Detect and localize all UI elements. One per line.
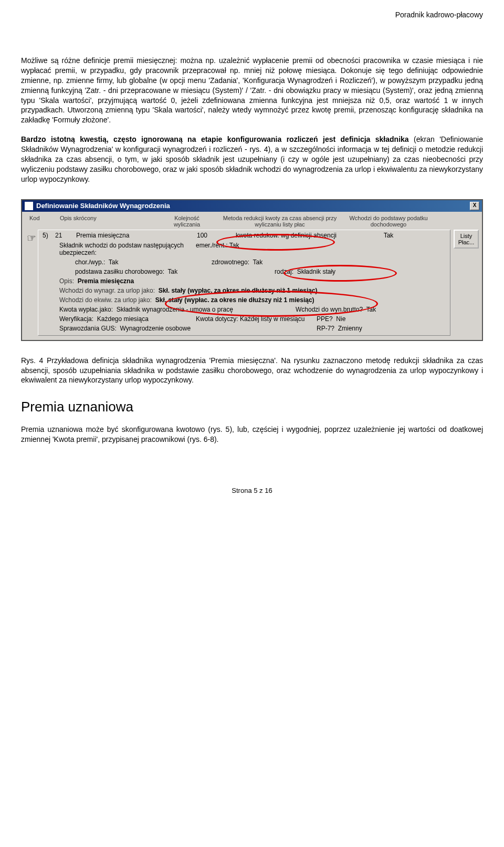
window: Definiowanie Składników Wynagrodzenia X …: [21, 199, 483, 341]
heading-premia-uznaniowa: Premia uznaniowa: [21, 399, 483, 415]
app-icon: [25, 202, 33, 210]
col-metoda: Metoda redukcji kwoty za czas absencji p…: [216, 215, 343, 228]
lbl-kwd: Kwota dotyczy:: [196, 315, 238, 323]
column-headers: Kod Opis skrócony Kolejność wyliczania M…: [22, 212, 482, 229]
val-wurl: Skł. stały (wypłac. za okres nie dłuższy…: [159, 287, 318, 294]
row-metoda: kwota redukow. wg definicji absencji: [223, 232, 349, 239]
val-rp7: Zmienny: [338, 325, 362, 332]
val-wer: Każdego miesiąca: [97, 315, 149, 323]
window-title: Definiowanie Składników Wynagrodzenia: [36, 202, 170, 210]
val-ppe: Nie: [336, 315, 345, 323]
lbl-wekw: Wchodzi do ekwiw. za urlop jako:: [59, 296, 152, 304]
val-wbr: Tak: [366, 306, 376, 313]
paragraph-2: Bardzo istotną kwestią, często ignorowan…: [21, 135, 483, 184]
lbl-opis: Opis:: [59, 277, 74, 285]
page-footer: Strona 5 z 16: [21, 487, 483, 494]
lbl-emer: emer./rent.:: [196, 242, 228, 249]
val-chor: Tak: [109, 259, 119, 266]
val-opis: Premia miesięczna: [78, 277, 134, 285]
row-kolejnosc: 100: [181, 232, 223, 239]
lbl-wbr: Wchodzi do wyn.brutto?: [296, 306, 363, 313]
record-panel: 5) 21 Premia miesięczna 100 kwota reduko…: [38, 230, 450, 336]
lbl-gus: Sprawozdania GUS:: [59, 325, 117, 332]
listy-plac-button[interactable]: Listy Płac...: [454, 230, 479, 249]
figure-caption: Rys. 4 Przykładowa definicja składnika w…: [21, 356, 483, 386]
lbl-podst: podstawa zasiłku chorobowego:: [75, 268, 164, 275]
val-podst: Tak: [168, 268, 178, 275]
val-kwd: Każdej listy w miesiącu: [240, 315, 304, 323]
col-kod: Kod: [26, 215, 57, 228]
row-index: 5): [43, 232, 55, 239]
paragraph-3: Premia uznaniowa może być skonfigurowana…: [21, 425, 483, 445]
row-podatek: Tak: [349, 232, 428, 239]
titlebar: Definiowanie Składników Wynagrodzenia X: [22, 200, 482, 212]
lbl-zdr: zdrowotnego:: [212, 259, 249, 266]
col-kolejnosc: Kolejność wyliczania: [158, 215, 216, 228]
col-opis: Opis skrócony: [57, 215, 158, 228]
val-zdr: Tak: [253, 259, 263, 266]
paragraph-1: Możliwe są różne definicje premii miesię…: [21, 56, 483, 125]
val-wekw: Skł. stały (wypłac. za okres nie dłuższy…: [155, 296, 314, 304]
lbl-ppe: PPE?: [317, 315, 333, 323]
record-row[interactable]: 5) 21 Premia miesięczna 100 kwota reduko…: [38, 230, 450, 241]
row-kod: 21: [55, 232, 76, 239]
val-gus: Wynagrodzenie osobowe: [120, 325, 191, 332]
hand-icon: ☞: [25, 230, 38, 244]
lbl-chor: chor./wyp.:: [75, 259, 105, 266]
val-rodz: Składnik stały: [297, 268, 335, 275]
lbl-rodz: rodzaj:: [275, 268, 293, 275]
lbl-rp7: RP-7?: [317, 325, 334, 332]
close-button[interactable]: X: [470, 202, 479, 210]
lbl-ubez: Składnik wchodzi do podstaw następującyc…: [59, 242, 184, 256]
row-opis: Premia miesięczna: [76, 232, 181, 239]
header-right: Poradnik kadrowo-płacowy: [21, 11, 483, 19]
lbl-kwyp: Kwota wypłac.jako:: [59, 306, 113, 313]
val-kwyp: Składnik wynagrodzenia - umowa o pracę: [117, 306, 233, 313]
lbl-wer: Weryfikacja:: [59, 315, 93, 323]
val-emer: Tak: [229, 242, 239, 249]
paragraph-2-bold: Bardzo istotną kwestią, często ignorowan…: [21, 135, 409, 143]
col-podatek: Wchodzi do podstawy podatku dochodowego: [343, 215, 434, 228]
lbl-wurl: Wchodzi do wynagr. za urlop jako:: [59, 287, 155, 294]
screenshot-figure: Definiowanie Składników Wynagrodzenia X …: [21, 199, 483, 341]
